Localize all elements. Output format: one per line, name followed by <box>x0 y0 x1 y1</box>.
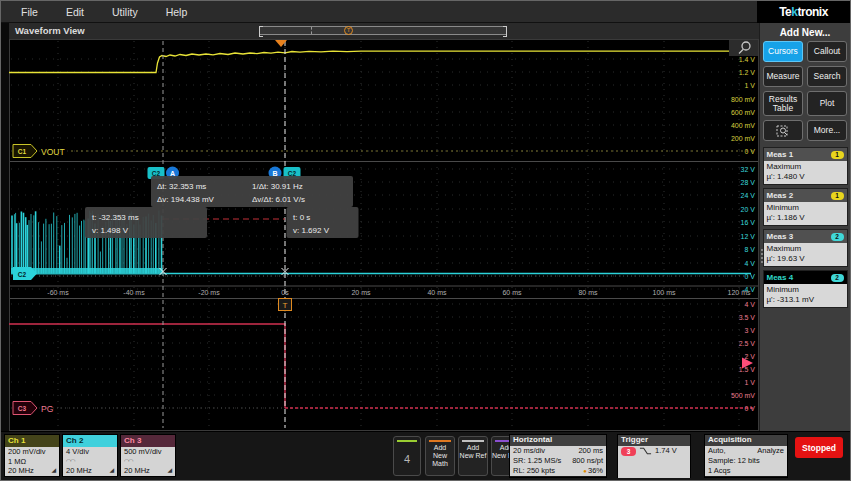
inv-delta-t-value: 1/Δt: 30.91 Hz <box>252 182 303 191</box>
c1-trace-label: VOUT <box>41 147 65 157</box>
scale-label: 1 V <box>744 379 755 386</box>
time-label: -20 ms <box>198 289 220 296</box>
scale-label: 4 V <box>744 301 755 308</box>
svg-text:A: A <box>170 170 175 177</box>
measurement-results-list: Meas 1 1 Maximum µ': 1.480 V Meas 2 1 Mi… <box>760 147 850 308</box>
svg-text:C2: C2 <box>18 271 27 278</box>
zone-zoom-icon <box>775 124 791 138</box>
more-button[interactable]: More... <box>807 120 847 141</box>
cursor-a-voltage: v: 1.498 V <box>92 226 129 235</box>
svg-text:C2: C2 <box>152 170 161 177</box>
scale-label: 400 mV <box>731 122 755 129</box>
record-overview-scrollbar[interactable]: T <box>259 26 507 35</box>
run-stop-button[interactable]: Stopped <box>795 437 843 458</box>
results-table-button[interactable]: Results Table <box>763 91 803 116</box>
measure-button[interactable]: Measure <box>763 66 803 87</box>
probe-icon: ◠◠ <box>66 457 74 467</box>
meas-3-type: Maximum <box>767 244 844 254</box>
acq-count: 1 Acqs <box>708 466 731 476</box>
zone-trigger-button[interactable] <box>763 120 803 141</box>
time-label: -60 ms <box>47 289 69 296</box>
panel-divider-handle[interactable] <box>761 249 763 263</box>
menu-edit[interactable]: Edit <box>52 6 98 18</box>
resolution: 800 ns/pt <box>572 456 603 466</box>
scale-label: 0 V <box>744 405 755 412</box>
time-labels: -60 ms-40 ms-20 ms0s20 ms40 ms60 ms80 ms… <box>47 289 751 296</box>
time-label: 60 ms <box>502 289 522 296</box>
scale-label: 0 V <box>744 148 755 155</box>
meas-1-card[interactable]: Meas 1 1 Maximum µ': 1.480 V <box>763 147 848 185</box>
meas-1-type: Maximum <box>767 162 844 172</box>
svg-text:C2: C2 <box>288 170 297 177</box>
callout-button[interactable]: Callout <box>807 41 847 62</box>
acq-sample-bits: Sample: 12 bits <box>708 456 760 466</box>
meas-3-source-badge: 2 <box>831 233 844 241</box>
trigger-badge[interactable]: Trigger 3 1.74 V <box>617 434 691 478</box>
tektronix-logo: Tektronix <box>757 1 850 23</box>
position-icon: ● <box>583 468 587 474</box>
overview-divider <box>311 27 312 34</box>
time-label: -40 ms <box>123 289 145 296</box>
menu-bar: File Edit Utility Help Tektronix <box>1 1 850 23</box>
ch2-badge[interactable]: Ch 2 4 V/div ◠◠ 20 MHz ◢ <box>62 434 118 477</box>
c1-trace[interactable] <box>9 51 751 72</box>
delta-v-value: Δv: 194.438 mV <box>157 195 215 204</box>
ch2-bandwidth: 20 MHz <box>66 466 92 476</box>
search-button[interactable]: Search <box>807 66 847 87</box>
menu-utility[interactable]: Utility <box>98 6 152 18</box>
acq-mode: Auto, <box>708 446 726 456</box>
sample-rate: SR: 1.25 MS/s <box>513 456 561 466</box>
add-new-ref-button[interactable]: Add New Ref <box>458 436 488 476</box>
trigger-source-badge: 3 <box>621 447 636 456</box>
probe-icon: ◠◠ <box>124 457 132 467</box>
scale-label: 16 V <box>741 219 756 226</box>
meas-2-source-badge: 1 <box>831 192 844 200</box>
scale-label: 12 V <box>741 233 756 240</box>
add-new-math-button[interactable]: Add New Math <box>425 436 455 476</box>
ch3-bandwidth: 20 MHz <box>124 466 150 476</box>
ch1-badge[interactable]: Ch 1 200 mV/div 1 MΩ 20 MHz ◢ <box>4 434 60 477</box>
scale-label: 500 mV <box>731 392 755 399</box>
scale-label: 3 V <box>744 327 755 334</box>
meas-2-card[interactable]: Meas 2 1 Minimum µ': 1.186 V <box>763 188 848 226</box>
overview-trigger-marker[interactable]: T <box>344 26 353 35</box>
svg-text:B: B <box>272 170 277 177</box>
delta-v-dt-value: Δv/Δt: 6.01 V/s <box>252 195 305 204</box>
plot-button[interactable]: Plot <box>807 91 847 116</box>
oscilloscope-app: File Edit Utility Help Tektronix Wavefor… <box>0 0 851 481</box>
scale-label: 1.2 V <box>739 69 756 76</box>
scale-label: 600 mV <box>731 109 755 116</box>
meas-4-type: Minimum <box>767 285 844 295</box>
scale-label: 0 V <box>744 273 755 280</box>
acquisition-badge[interactable]: Acquisition Auto, Analyze Sample: 12 bit… <box>704 434 788 478</box>
scale-label: 1.5 V <box>739 366 756 373</box>
ch3-badge[interactable]: Ch 3 500 mV/div ◠◠ 20 MHz ◢ <box>120 434 176 477</box>
meas-4-source-badge: 2 <box>831 274 844 282</box>
c3-trace-high[interactable] <box>9 324 285 408</box>
ch1-scale: 200 mV/div <box>8 447 56 457</box>
ch4-add-button[interactable]: 4 <box>393 436 421 476</box>
meas-1-value: µ': 1.480 V <box>767 172 844 182</box>
cursor-b-time: t: 0 s <box>293 213 310 222</box>
cursor-b-voltage: v: 1.692 V <box>293 226 330 235</box>
ch2-scale: 4 V/div <box>66 447 114 457</box>
time-label: 0s <box>281 289 289 296</box>
menu-file[interactable]: File <box>1 6 52 18</box>
time-label: 120 ms <box>728 289 751 296</box>
meas-1-source-badge: 1 <box>831 151 844 159</box>
horizontal-duration: 200 ms <box>578 446 603 456</box>
cursors-button[interactable]: Cursors <box>763 41 803 62</box>
horizontal-badge[interactable]: Horizontal 20 ms/div 200 ms SR: 1.25 MS/… <box>509 434 607 478</box>
meas-4-card[interactable]: Meas 4 2 Minimum µ': -313.1 mV <box>763 270 848 308</box>
ch3-scale: 500 mV/div <box>124 447 172 457</box>
meas-3-card[interactable]: Meas 3 2 Maximum µ': 19.63 V <box>763 229 848 267</box>
scale-label: 8 V <box>744 246 755 253</box>
menu-help[interactable]: Help <box>152 6 202 18</box>
scale-label: 200 mV <box>731 135 755 142</box>
acq-analyze: Analyze <box>757 446 784 456</box>
trigger-time-marker-label: T <box>283 301 288 310</box>
bandwidth-icon: ◢ <box>109 466 114 476</box>
scale-label: 20 V <box>741 206 756 213</box>
graticule-area[interactable]: T C1 VOUT C2 C3 PG C2 A <box>9 39 759 431</box>
bandwidth-icon: ◢ <box>167 466 172 476</box>
